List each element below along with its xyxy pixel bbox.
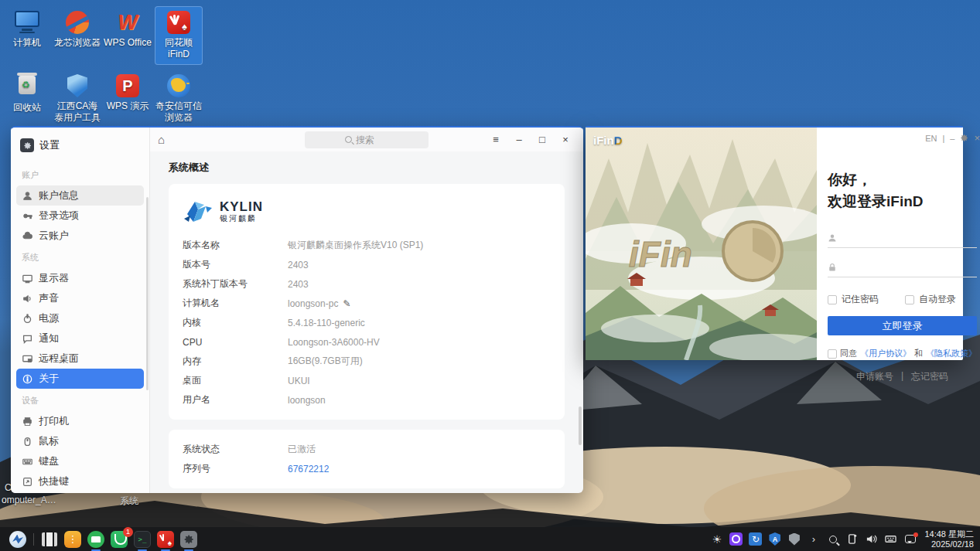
remember-password-checkbox[interactable] (828, 295, 837, 304)
settings-main: ⌂ ≡ – □ × 系统概述 (150, 128, 583, 493)
sidebar-section-account: 账户 (16, 163, 144, 185)
settings-app-icon (20, 138, 34, 152)
app-store-button[interactable]: 1 (109, 530, 129, 549)
and-label: 和 (914, 348, 923, 359)
tray-expand-icon[interactable]: › (804, 530, 822, 549)
shortcut-icon (22, 477, 32, 487)
password-input[interactable] (842, 262, 977, 273)
privacy-policy-link[interactable]: 《隐私政策》 (926, 348, 977, 359)
svg-text:iFin: iFin (629, 234, 692, 274)
sidebar-item-sound[interactable]: 声音 (16, 288, 144, 308)
desktop-icon-label: 计算机 (3, 37, 51, 49)
security-shield-tray-icon[interactable]: A (766, 530, 784, 549)
taskbar: ⋮ 1 >_ ♠ ☀ ↻ A › 14:48 星期二 2025/02/18 (0, 527, 980, 551)
agree-checkbox[interactable] (828, 349, 837, 359)
close-button[interactable]: × (974, 132, 980, 144)
desktop-icon-wps-presentation[interactable]: P WPS 演示 (104, 70, 152, 112)
clock-date: 2025/02/18 (924, 539, 974, 549)
about-page: 系统概述 KYLIN 银河麒麟 版本名称银河麒麟桌面操作系统V10 (150, 151, 583, 493)
serial-number-link[interactable]: 67672212 (288, 464, 329, 474)
sidebar-item-notification[interactable]: 通知 (16, 328, 144, 349)
sidebar-item-printer[interactable]: 打印机 (16, 411, 144, 431)
sidebar-section-system: 系统 (16, 246, 144, 268)
auto-login-checkbox[interactable] (905, 295, 914, 304)
input-method-tray-icon[interactable] (882, 530, 900, 549)
desktop-icon-ca-haitai-tool[interactable]: 江西CA海泰用户工具 (53, 70, 101, 124)
username-input[interactable] (842, 233, 977, 243)
desktop-icon-qianxin-browser[interactable]: 奇安信可信浏览器 (155, 70, 203, 124)
ifind-icon: ♠ (157, 531, 174, 548)
desktop-icon-loongson-browser[interactable]: 龙芯浏览器 (53, 6, 101, 49)
edit-hostname-icon[interactable]: ✎ (343, 298, 350, 309)
search-input[interactable] (356, 134, 388, 145)
sidebar-item-mouse[interactable]: 鼠标 (16, 431, 144, 451)
start-button[interactable] (8, 530, 28, 549)
maximize-button[interactable]: □ (532, 131, 552, 149)
desktop-icon-ifind-selected[interactable]: ♠ 同花顺iFinD (155, 6, 203, 65)
settings-sidebar: 设置 账户 账户信息 登录选项 云账户 系统 显示器 声音 电源 (11, 128, 150, 493)
gear-icon (180, 531, 197, 548)
clock-time: 14:48 星期二 (924, 529, 974, 539)
software-center-button[interactable]: ⋮ (63, 530, 83, 549)
sidebar-item-shortcuts[interactable]: 快捷键 (16, 471, 144, 491)
settings-search[interactable] (305, 131, 429, 148)
running-indicator (184, 549, 193, 551)
sidebar-item-account-info[interactable]: 账户信息 (16, 185, 144, 206)
running-indicator (161, 549, 170, 551)
unread-dot (913, 532, 918, 537)
password-field-wrap (828, 262, 977, 277)
status-row: 系统状态已激活 (183, 440, 551, 459)
content-scrollbar[interactable] (579, 406, 582, 445)
menu-button[interactable]: ≡ (486, 131, 506, 149)
settings-taskbar-button[interactable] (179, 530, 199, 549)
sidebar-item-power[interactable]: 电源 (16, 308, 144, 328)
ifind-taskbar-button[interactable]: ♠ (155, 530, 176, 549)
sync-tray-icon[interactable]: ↻ (746, 530, 764, 549)
sidebar-item-remote-desktop[interactable]: 远程桌面 (16, 349, 144, 369)
apply-account-link[interactable]: 申请账号 (856, 370, 893, 383)
forgot-password-link[interactable]: 忘记密码 (911, 370, 948, 383)
info-row: 内存16GB(9.7GB可用) (183, 352, 551, 371)
settings-gear-icon[interactable] (960, 134, 968, 142)
login-button[interactable]: 立即登录 (828, 316, 977, 335)
ifind-brand-logo: iFinD (593, 134, 623, 147)
camera-app-tray-icon[interactable] (727, 530, 745, 549)
taskbar-clock[interactable]: 14:48 星期二 2025/02/18 (924, 529, 974, 549)
home-icon[interactable]: ⌂ (158, 133, 176, 146)
user-agreement-link[interactable]: 《用户协议》 (860, 348, 911, 359)
defender-shield-tray-icon[interactable] (785, 530, 803, 549)
sidebar-item-login-options[interactable]: 登录选项 (16, 206, 144, 226)
sidebar-item-cloud-account[interactable]: 云账户 (16, 226, 144, 246)
search-icon (345, 136, 352, 143)
kylin-logo-icon (183, 199, 213, 225)
qianxin-browser-icon (166, 74, 192, 97)
running-indicator (91, 549, 101, 551)
minimize-button[interactable]: – (509, 131, 529, 149)
desktop-icon-wps-office[interactable]: W WPS Office (104, 6, 152, 49)
sidebar-scrollbar[interactable] (146, 197, 149, 390)
sidebar-item-display[interactable]: 显示器 (16, 268, 144, 288)
search-tray-icon[interactable] (824, 530, 842, 549)
ifind-window: iFin iFinD EN | – × 你好， 欢迎登录iFin (586, 126, 963, 360)
language-toggle[interactable]: EN (925, 134, 937, 143)
settings-window: 设置 账户 账户信息 登录选项 云账户 系统 显示器 声音 电源 (11, 126, 583, 493)
notification-center-icon[interactable] (901, 530, 919, 549)
desktop-label-system: 系统 (120, 495, 138, 508)
minimize-button[interactable]: – (950, 134, 954, 143)
terminal-button[interactable]: >_ (132, 530, 152, 549)
multitask-view-button[interactable] (39, 530, 60, 549)
phone-cast-tray-icon[interactable] (843, 530, 861, 549)
close-button[interactable]: × (555, 131, 575, 149)
volume-tray-icon[interactable] (862, 530, 880, 549)
greeting: 你好， 欢迎登录iFinD (828, 169, 977, 213)
info-row: 版本号2403 (183, 255, 551, 274)
file-manager-button[interactable] (86, 530, 106, 549)
sidebar-item-about[interactable]: 关于 (16, 369, 144, 389)
desktop-icon-computer[interactable]: 计算机 (3, 6, 51, 49)
info-icon (22, 374, 32, 384)
desktop-icon-recycle-bin[interactable]: ♻ 回收站 (3, 70, 51, 114)
activation-card: 系统状态已激活 序列号67672212 (169, 430, 565, 488)
brightness-tray-icon[interactable]: ☀ (708, 530, 726, 549)
running-indicator (138, 549, 147, 551)
sidebar-item-keyboard[interactable]: 键盘 (16, 451, 144, 471)
